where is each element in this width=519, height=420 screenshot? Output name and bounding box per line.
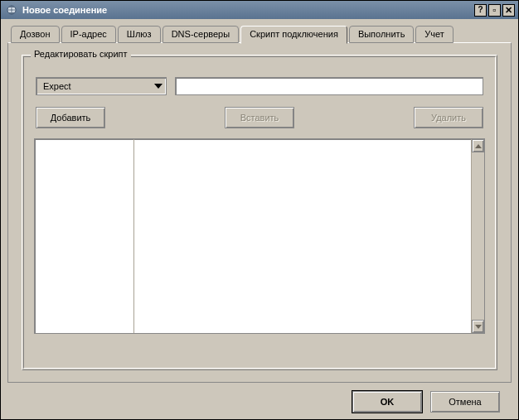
dialog-button-row: OK Отмена bbox=[7, 383, 512, 413]
cancel-button[interactable]: Отмена bbox=[430, 391, 500, 413]
tab-dns[interactable]: DNS-серверы bbox=[162, 26, 240, 43]
script-list[interactable] bbox=[34, 138, 485, 334]
dialog-window: Новое соединение ? ▫ ✕ Дозвон IP-адрес Ш… bbox=[0, 0, 519, 420]
window-title: Новое соединение bbox=[22, 5, 473, 15]
scrollbar-track[interactable] bbox=[472, 152, 484, 320]
script-input-row: Expect bbox=[34, 77, 485, 95]
tab-accounting[interactable]: Учет bbox=[415, 26, 454, 43]
vertical-scrollbar[interactable] bbox=[471, 139, 484, 333]
ok-button[interactable]: OK bbox=[352, 391, 422, 413]
tab-login-script[interactable]: Скрипт подключения bbox=[240, 26, 347, 44]
app-icon bbox=[6, 4, 17, 16]
script-button-row: Добавить Вставить Удалить bbox=[34, 107, 485, 128]
tab-dial[interactable]: Дозвон bbox=[11, 26, 60, 43]
tab-gateway[interactable]: Шлюз bbox=[118, 26, 161, 43]
script-text-input[interactable] bbox=[175, 77, 483, 95]
insert-button[interactable]: Вставить bbox=[225, 107, 294, 128]
maximize-button[interactable]: ▫ bbox=[488, 4, 501, 17]
tab-panel: Редактировать скрипт Expect Добавить Вст… bbox=[7, 42, 512, 383]
tab-execute[interactable]: Выполнить bbox=[349, 26, 414, 43]
tab-ip[interactable]: IP-адрес bbox=[61, 26, 116, 43]
add-button[interactable]: Добавить bbox=[36, 107, 105, 128]
script-list-col-value bbox=[134, 139, 471, 333]
edit-script-fieldset: Редактировать скрипт Expect Добавить Вст… bbox=[22, 55, 497, 370]
tabstrip: Дозвон IP-адрес Шлюз DNS-серверы Скрипт … bbox=[7, 24, 512, 42]
combo-value: Expect bbox=[43, 81, 71, 91]
content-area: Дозвон IP-адрес Шлюз DNS-серверы Скрипт … bbox=[1, 19, 518, 419]
action-combo[interactable]: Expect bbox=[36, 77, 167, 95]
script-list-col-action bbox=[35, 139, 134, 333]
arrow-down-icon bbox=[475, 325, 482, 329]
arrow-up-icon bbox=[475, 144, 482, 148]
scroll-down-button[interactable] bbox=[472, 320, 484, 333]
chevron-down-icon bbox=[154, 84, 162, 89]
titlebar: Новое соединение ? ▫ ✕ bbox=[1, 1, 518, 19]
help-button[interactable]: ? bbox=[474, 4, 487, 17]
delete-button[interactable]: Удалить bbox=[414, 107, 483, 128]
scroll-up-button[interactable] bbox=[472, 139, 484, 152]
fieldset-legend: Редактировать скрипт bbox=[31, 49, 131, 59]
close-button[interactable]: ✕ bbox=[502, 4, 515, 17]
